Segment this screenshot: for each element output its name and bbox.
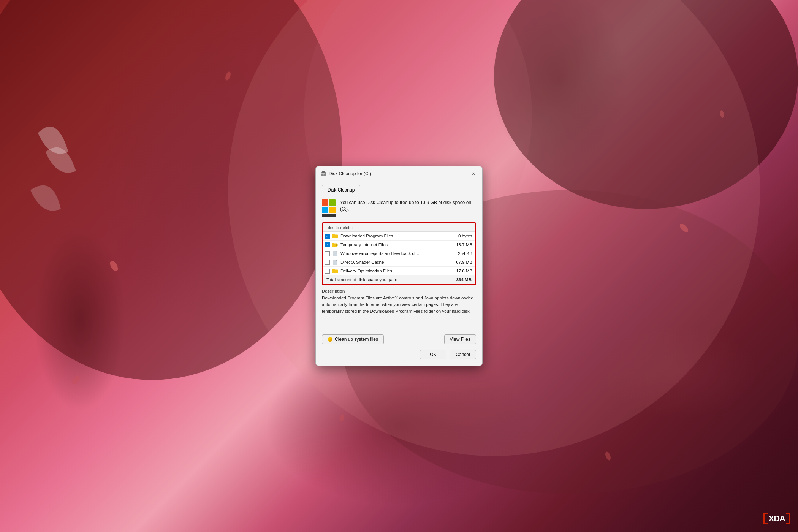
svg-point-14 bbox=[323, 174, 324, 176]
total-value: 334 MB bbox=[456, 277, 472, 282]
file-icon-4 bbox=[332, 259, 338, 265]
svg-rect-13 bbox=[321, 173, 325, 174]
total-row: Total amount of disk space you gain: 334… bbox=[323, 275, 475, 284]
folder-lock-icon-2 bbox=[332, 242, 338, 248]
ok-label: OK bbox=[430, 352, 436, 357]
action-buttons-row: Clean up system files View Files bbox=[322, 334, 476, 344]
files-section-label: Files to delete: bbox=[323, 223, 475, 231]
files-to-delete-box: Files to delete: Downloaded Program File… bbox=[322, 222, 476, 285]
file-size-4: 67.9 MB bbox=[451, 260, 472, 264]
folder-icon-5 bbox=[332, 268, 338, 274]
cleanup-system-files-label: Clean up system files bbox=[335, 337, 378, 342]
shield-svg bbox=[328, 337, 333, 342]
info-text: You can use Disk Cleanup to free up to 1… bbox=[340, 200, 476, 212]
file-name-2: Temporary Internet Files bbox=[340, 242, 449, 247]
checkbox-2[interactable] bbox=[325, 242, 330, 247]
file-name-3: Windows error reports and feedback di... bbox=[340, 251, 449, 256]
file-name-4: DirectX Shader Cache bbox=[340, 260, 449, 264]
files-list: Downloaded Program Files 0 bytes bbox=[323, 231, 475, 275]
file-item-2: Temporary Internet Files 13.7 MB bbox=[323, 241, 475, 249]
svg-rect-15 bbox=[322, 171, 325, 173]
dialog-titlebar: Disk Cleanup for (C:) × bbox=[316, 166, 482, 180]
cancel-label: Cancel bbox=[456, 352, 470, 357]
view-files-label: View Files bbox=[450, 337, 470, 342]
file-size-2: 13.7 MB bbox=[451, 242, 472, 247]
shield-icon bbox=[328, 337, 333, 342]
checkbox-1[interactable] bbox=[325, 234, 330, 239]
file-item-4: DirectX Shader Cache 67.9 MB bbox=[323, 258, 475, 267]
disk-cleanup-dialog: Disk Cleanup for (C:) × Disk Cleanup bbox=[315, 166, 483, 366]
file-icon-3 bbox=[332, 250, 338, 256]
disk-cleanup-icon bbox=[320, 171, 326, 177]
file-item-3: Windows error reports and feedback di...… bbox=[323, 249, 475, 258]
win-logo-bottom bbox=[322, 214, 336, 217]
folder-svg-1 bbox=[332, 234, 338, 238]
file-svg-4 bbox=[333, 260, 337, 265]
file-name-1: Downloaded Program Files bbox=[340, 234, 449, 238]
total-label: Total amount of disk space you gain: bbox=[326, 277, 397, 282]
windows-logo-wrap bbox=[322, 200, 336, 217]
folder-icon-1 bbox=[332, 233, 338, 239]
cleanup-system-files-button[interactable]: Clean up system files bbox=[322, 334, 384, 344]
file-svg-3 bbox=[333, 251, 337, 256]
file-size-5: 17.6 MB bbox=[451, 269, 472, 273]
screen-center: Disk Cleanup for (C:) × Disk Cleanup bbox=[0, 0, 798, 532]
folder-lock-svg-2 bbox=[332, 242, 338, 247]
win-logo-q3 bbox=[322, 207, 328, 213]
dialog-body: Disk Cleanup You can use Disk Cleanup to… bbox=[316, 180, 482, 366]
windows-logo bbox=[322, 200, 336, 213]
close-button[interactable]: × bbox=[469, 169, 478, 178]
dialog-title-text: Disk Cleanup for (C:) bbox=[329, 171, 371, 176]
svg-rect-17 bbox=[336, 245, 337, 246]
xda-text: XDA bbox=[769, 514, 785, 524]
checkbox-5[interactable] bbox=[325, 269, 330, 274]
folder-svg-5 bbox=[332, 269, 338, 273]
file-size-3: 254 KB bbox=[451, 251, 472, 256]
cancel-button[interactable]: Cancel bbox=[450, 350, 476, 359]
description-text: Downloaded Program Files are ActiveX con… bbox=[322, 295, 476, 329]
checkbox-4[interactable] bbox=[325, 260, 330, 265]
checkbox-3[interactable] bbox=[325, 251, 330, 256]
file-item-5: Delivery Optimization Files 17.6 MB bbox=[323, 267, 475, 275]
disk-cleanup-tab[interactable]: Disk Cleanup bbox=[322, 185, 360, 195]
description-section: Description Downloaded Program Files are… bbox=[322, 289, 476, 329]
xda-bracket-right bbox=[786, 513, 790, 524]
win-logo-q1 bbox=[322, 200, 328, 206]
win-logo-q2 bbox=[329, 200, 336, 206]
xda-bracket-left bbox=[763, 513, 768, 524]
file-size-1: 0 bytes bbox=[451, 234, 472, 238]
dialog-title-left: Disk Cleanup for (C:) bbox=[320, 171, 371, 177]
tab-bar: Disk Cleanup bbox=[322, 185, 476, 195]
xda-watermark: XDA bbox=[763, 513, 790, 524]
view-files-button[interactable]: View Files bbox=[444, 334, 476, 344]
file-name-5: Delivery Optimization Files bbox=[340, 269, 449, 273]
description-label: Description bbox=[322, 289, 476, 293]
ok-button[interactable]: OK bbox=[420, 350, 446, 359]
file-item-1: Downloaded Program Files 0 bytes bbox=[323, 232, 475, 241]
ok-cancel-row: OK Cancel bbox=[322, 350, 476, 359]
win-logo-q4 bbox=[329, 207, 336, 213]
info-row: You can use Disk Cleanup to free up to 1… bbox=[322, 200, 476, 217]
